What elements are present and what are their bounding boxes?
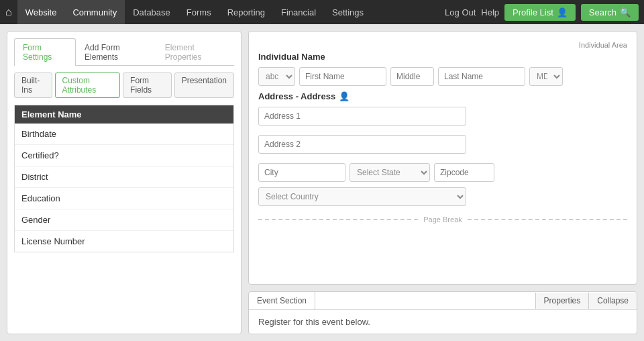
list-item[interactable]: Education xyxy=(15,188,233,209)
list-item[interactable]: Certified? xyxy=(15,145,233,166)
nav-item-reporting[interactable]: Reporting xyxy=(219,0,273,24)
sub-tab-form-fields[interactable]: Form Fields xyxy=(123,72,172,98)
country-select[interactable]: Select Country xyxy=(258,187,466,206)
suffix-select[interactable]: MD xyxy=(529,67,563,86)
list-item[interactable]: Birthdate xyxy=(15,124,233,145)
tab-add-form-elements[interactable]: Add Form Elements xyxy=(76,38,156,66)
nav-item-database[interactable]: Database xyxy=(125,0,178,24)
event-body: Register for this event below. xyxy=(249,310,637,334)
search-button[interactable]: Search 🔍 xyxy=(581,4,639,21)
help-button[interactable]: Help xyxy=(481,7,499,17)
user-icon: 👤 xyxy=(557,7,568,17)
nav-item-website[interactable]: Website xyxy=(17,0,65,24)
city-state-zip-row: Select State xyxy=(258,163,627,182)
search-icon: 🔍 xyxy=(620,7,631,17)
page-break-line: Page Break xyxy=(258,215,627,224)
last-name-input[interactable] xyxy=(438,67,525,86)
top-navigation: ⌂ Website Community Database Forms Repor… xyxy=(0,0,644,24)
city-input[interactable] xyxy=(258,163,345,182)
nav-item-financial[interactable]: Financial xyxy=(273,0,324,24)
sub-tab-built-ins[interactable]: Built-Ins xyxy=(14,72,52,98)
left-panel: Form Settings Add Form Elements Element … xyxy=(7,31,241,334)
state-select[interactable]: Select State xyxy=(350,163,430,182)
event-body-text: Register for this event below. xyxy=(258,317,370,327)
tab-element-properties: Element Properties xyxy=(156,38,234,66)
list-item[interactable]: License Number xyxy=(15,231,233,252)
list-item[interactable]: District xyxy=(15,166,233,188)
page-break-label: Page Break xyxy=(418,215,467,224)
first-name-input[interactable] xyxy=(299,67,386,86)
sub-tab-presentation[interactable]: Presentation xyxy=(174,72,234,98)
form-area: Individual Area Individual Name abc MD A… xyxy=(248,31,637,285)
event-section-title: Event Section xyxy=(249,292,315,309)
country-row: Select Country xyxy=(258,187,627,206)
home-icon[interactable]: ⌂ xyxy=(5,6,12,18)
nav-item-community[interactable]: Community xyxy=(64,0,125,24)
profile-list-button[interactable]: Profile List 👤 xyxy=(504,4,576,21)
sub-tab-custom-attributes[interactable]: Custom Attributes xyxy=(55,72,121,98)
list-item[interactable]: Gender xyxy=(15,209,233,231)
element-list: Element Name Birthdate Certified? Distri… xyxy=(14,105,234,252)
person-address-icon: 👤 xyxy=(339,91,350,101)
zipcode-input[interactable] xyxy=(434,163,494,182)
address2-input[interactable] xyxy=(258,135,466,154)
page-break-dots-right xyxy=(468,219,627,220)
middle-name-input[interactable] xyxy=(390,67,434,86)
address1-input[interactable] xyxy=(258,107,466,126)
prefix-select[interactable]: abc xyxy=(258,67,295,86)
event-section-container: Event Section Properties Collapse Regist… xyxy=(248,291,637,334)
right-panel: Individual Area Individual Name abc MD A… xyxy=(248,31,637,334)
element-list-header: Element Name xyxy=(15,105,233,124)
individual-name-row: abc MD xyxy=(258,67,627,86)
address-label: Address - Address 👤 xyxy=(258,91,627,101)
nav-right: Log Out Help Profile List 👤 Search 🔍 xyxy=(445,4,639,21)
address1-row xyxy=(258,107,627,130)
page-break-dots-left xyxy=(258,219,418,220)
main-tab-bar: Form Settings Add Form Elements Element … xyxy=(14,38,234,66)
properties-button[interactable]: Properties xyxy=(535,293,589,309)
individual-name-label: Individual Name xyxy=(258,52,627,62)
main-content: Form Settings Add Form Elements Element … xyxy=(0,24,644,341)
sub-tab-bar: Built-Ins Custom Attributes Form Fields … xyxy=(14,72,234,98)
event-section-actions: Properties Collapse xyxy=(535,293,637,309)
event-section-header: Event Section Properties Collapse xyxy=(249,292,637,310)
individual-area-label: Individual Area xyxy=(258,41,627,49)
nav-item-settings[interactable]: Settings xyxy=(324,0,372,24)
logout-button[interactable]: Log Out xyxy=(445,7,476,17)
collapse-button[interactable]: Collapse xyxy=(588,293,637,309)
address2-row xyxy=(258,135,627,158)
nav-item-forms[interactable]: Forms xyxy=(178,0,219,24)
tab-form-settings[interactable]: Form Settings xyxy=(14,38,76,66)
